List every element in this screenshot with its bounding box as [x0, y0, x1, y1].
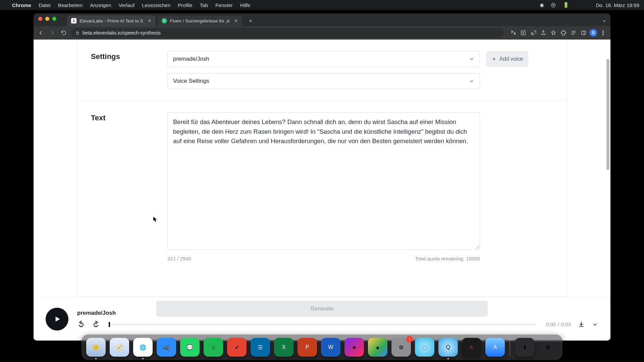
svg-rect-5	[582, 31, 586, 35]
settings-heading: Settings	[91, 52, 161, 89]
text-section: Text 311 / 2500 Total quota remaining: 1…	[77, 101, 567, 273]
dock-excel[interactable]: X	[274, 338, 293, 357]
svg-text:10: 10	[80, 325, 83, 327]
chevron-down-icon	[469, 56, 474, 62]
svg-rect-3	[76, 33, 79, 34]
menu-item[interactable]: Profile	[178, 2, 192, 8]
menu-item[interactable]: Datei	[39, 2, 51, 8]
forward-10-button[interactable]: 10	[92, 320, 100, 328]
progress-knob[interactable]	[109, 322, 110, 327]
profile-avatar[interactable]: S	[590, 29, 597, 37]
new-tab-button[interactable]: ＋	[246, 16, 255, 25]
dock-imovie[interactable]: ★	[344, 338, 364, 357]
dock-system-settings[interactable]: ⚙1	[391, 338, 411, 357]
voice-select[interactable]: premade/Josh	[167, 51, 480, 67]
window-controls	[38, 17, 56, 21]
bookmark-star-icon[interactable]	[549, 29, 557, 37]
close-window-button[interactable]	[38, 17, 42, 21]
generate-label: Generate	[310, 306, 333, 312]
dock-trello[interactable]: ☰	[251, 338, 270, 357]
dock-voice-memos[interactable]: ⎋	[462, 338, 481, 357]
dock-whatsapp[interactable]: 💬	[180, 338, 200, 357]
tab-title: Fiverr / Suchergebnisse für „tr	[170, 18, 230, 23]
browser-tab[interactable]: fi Fiverr / Suchergebnisse für „tr ✕	[158, 15, 243, 26]
menu-item[interactable]: Verlauf	[119, 2, 135, 8]
tab-favicon: II	[71, 18, 76, 23]
extensions-icon[interactable]	[559, 29, 568, 37]
battery-icon[interactable]: 🔋	[563, 2, 569, 8]
back-button[interactable]	[37, 29, 45, 37]
text-input[interactable]	[167, 112, 480, 250]
tab-favicon: fi	[162, 18, 167, 23]
menu-item[interactable]: Fenster	[215, 2, 233, 8]
play-icon	[53, 315, 61, 323]
dock-spotify[interactable]: ♫	[204, 338, 223, 357]
dock-app-store[interactable]: A	[485, 338, 505, 357]
reading-list-icon[interactable]	[570, 29, 578, 37]
add-voice-button[interactable]: Add voice	[486, 51, 528, 67]
dock-todoist[interactable]: ✔	[227, 338, 247, 357]
fullscreen-window-button[interactable]	[52, 17, 56, 21]
time-sep: /	[558, 321, 559, 327]
quota-remaining: Total quota remaining: 10000	[415, 256, 480, 261]
generate-button[interactable]: Generate	[156, 301, 488, 317]
dock-downloads[interactable]: ⬇	[515, 338, 534, 357]
sidepanel-icon[interactable]	[580, 29, 588, 37]
menu-item[interactable]: Hilfe	[240, 2, 251, 8]
voice-settings-label: Voice Settings	[173, 78, 209, 84]
svg-text:10: 10	[95, 325, 97, 327]
lock-icon	[75, 31, 80, 35]
mac-menubar: Chrome Datei Bearbeiten Anzeigen Verlauf…	[0, 0, 644, 10]
reload-button[interactable]	[60, 29, 68, 37]
dock-app-generic-1[interactable]: ◌	[415, 338, 434, 357]
forward-button[interactable]	[48, 29, 56, 37]
play-status-icon[interactable]: ⦿	[551, 2, 556, 8]
resize-grip-icon[interactable]	[475, 245, 479, 249]
dock-finder[interactable]: 🙂	[86, 338, 106, 357]
dock-badge: 1	[406, 336, 413, 343]
voice-settings-toggle[interactable]: Voice Settings	[167, 73, 480, 89]
cast-icon[interactable]	[529, 29, 537, 37]
dock-trash[interactable]: 🗑	[538, 338, 558, 357]
chrome-window: II ElevanLabs - Prime AI Text to S ✕ fi …	[34, 13, 610, 341]
dock-powerpoint[interactable]: P	[298, 338, 317, 357]
time-current: 0:00	[546, 321, 555, 327]
dock-zoom[interactable]: 📹	[157, 338, 176, 357]
dock-quicktime[interactable]: Q	[438, 338, 458, 357]
translate-icon[interactable]	[509, 29, 517, 37]
time-duration: 0:03	[561, 321, 571, 327]
url-field[interactable]: beta.elevenlabs.io/speech-synthesis	[71, 28, 504, 38]
close-tab-icon[interactable]: ✕	[234, 18, 238, 23]
menu-item[interactable]: Bearbeiten	[58, 2, 83, 8]
menubar-clock[interactable]: Do. 16. März 19:59	[596, 2, 639, 8]
share-icon[interactable]	[539, 29, 547, 37]
install-app-icon[interactable]	[519, 29, 527, 37]
scrollbar[interactable]	[606, 59, 609, 300]
menu-item[interactable]: Tab	[200, 2, 208, 8]
chrome-menu-icon[interactable]	[599, 29, 607, 37]
cursor-icon	[153, 217, 158, 223]
tab-overflow-button[interactable]: ⌄	[602, 17, 606, 23]
rewind-10-button[interactable]: 10	[77, 320, 85, 328]
browser-tab[interactable]: II ElevanLabs - Prime AI Text to S ✕	[67, 15, 156, 26]
progress-bar[interactable]	[109, 324, 536, 325]
dock: 🙂 🧭 🌐 📹 💬 ♫ ✔ ☰ X P W ★ ▲ ⚙1 ◌ Q ⎋ A ⬇ 🗑	[82, 335, 562, 360]
menu-item[interactable]: Lesezeichen	[142, 2, 170, 8]
download-button[interactable]	[578, 321, 585, 328]
play-button[interactable]	[46, 308, 68, 330]
menu-app-name[interactable]: Chrome	[12, 2, 31, 8]
tab-title: ElevanLabs - Prime AI Text to S	[79, 18, 143, 23]
scrollbar-thumb[interactable]	[606, 59, 609, 170]
dock-safari[interactable]: 🧭	[110, 338, 129, 357]
time-display: 0:00 / 0:03	[546, 321, 571, 327]
player-bar: Generate premade/Josh 10 10	[34, 297, 610, 341]
record-status-icon[interactable]: ◉	[540, 2, 544, 8]
collapse-player-button[interactable]	[592, 321, 598, 328]
close-tab-icon[interactable]: ✕	[148, 18, 152, 23]
add-voice-label: Add voice	[499, 56, 523, 62]
minimize-window-button[interactable]	[45, 17, 49, 21]
dock-chrome[interactable]: 🌐	[133, 338, 153, 357]
menu-item[interactable]: Anzeigen	[90, 2, 111, 8]
dock-google-drive[interactable]: ▲	[368, 338, 387, 357]
dock-word[interactable]: W	[321, 338, 340, 357]
